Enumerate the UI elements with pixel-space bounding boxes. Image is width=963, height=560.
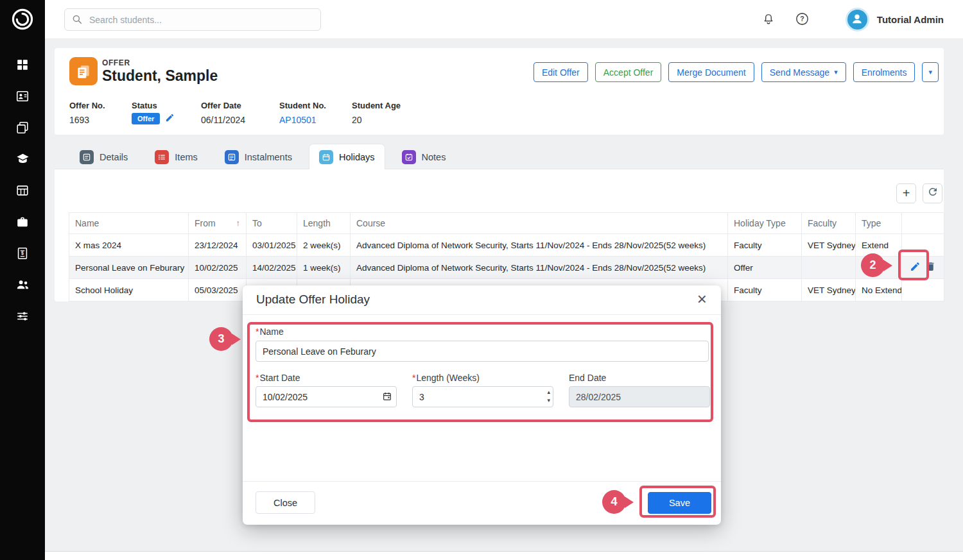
notifications-button[interactable] bbox=[759, 9, 778, 30]
cell-actions bbox=[902, 234, 944, 257]
offer-tabs: Details Items Instalments Holidays Notes bbox=[69, 144, 456, 169]
refresh-button[interactable] bbox=[923, 183, 942, 203]
sidebar-item-dashboard[interactable] bbox=[0, 50, 45, 81]
merge-document-button[interactable]: Merge Document bbox=[668, 62, 754, 82]
meta-value: 06/11/2024 bbox=[201, 115, 279, 125]
tab-label: Holidays bbox=[339, 152, 375, 162]
cell-length: 2 week(s) bbox=[297, 234, 351, 257]
caret-down-icon: ▾ bbox=[928, 69, 932, 76]
tab-details[interactable]: Details bbox=[69, 144, 138, 169]
enrolments-button[interactable]: Enrolments bbox=[853, 62, 915, 82]
modal-close-icon[interactable]: × bbox=[693, 289, 711, 310]
save-button[interactable]: Save bbox=[648, 492, 711, 514]
student-no-link[interactable]: AP10501 bbox=[279, 115, 317, 125]
cell-name: Personal Leave on Feburary bbox=[69, 257, 189, 279]
edit-offer-button[interactable]: Edit Offer bbox=[534, 62, 588, 82]
cell-course: Advanced Diploma of Network Security, St… bbox=[351, 257, 728, 279]
app-logo[interactable] bbox=[8, 6, 37, 35]
search-input[interactable] bbox=[64, 8, 321, 31]
edit-status-button[interactable] bbox=[165, 113, 175, 124]
sidebar-item-agents[interactable] bbox=[0, 207, 45, 239]
edit-holiday-button[interactable] bbox=[908, 260, 922, 275]
col-type[interactable]: Type bbox=[856, 213, 902, 234]
sidebar-item-offers[interactable] bbox=[0, 113, 45, 144]
update-offer-holiday-modal: Update Offer Holiday × *Name *Start Date… bbox=[243, 285, 721, 525]
sidebar-item-timetables[interactable] bbox=[0, 176, 45, 207]
col-name[interactable]: Name bbox=[69, 213, 189, 234]
meta-value: 20 bbox=[352, 115, 401, 125]
timetables-icon bbox=[15, 183, 30, 200]
cell-type: No Extend bbox=[856, 279, 902, 301]
tab-label: Instalments bbox=[245, 152, 292, 162]
tab-items[interactable]: Items bbox=[144, 144, 207, 169]
meta-student-age: Student Age 20 bbox=[352, 101, 401, 125]
tab-label: Notes bbox=[422, 152, 446, 162]
screen: $ ? Tutorial Admin OFFER Student, Sample… bbox=[0, 0, 963, 560]
sidebar-item-settings[interactable] bbox=[0, 301, 45, 333]
name-label: *Name bbox=[256, 327, 284, 337]
courses-icon bbox=[15, 151, 30, 169]
sort-ascending-icon: ↑ bbox=[236, 218, 241, 228]
start-date-label: *Start Date bbox=[256, 373, 300, 383]
add-holiday-button[interactable]: + bbox=[896, 183, 916, 203]
cell-faculty: VET Sydney bbox=[802, 279, 856, 301]
pencil-icon bbox=[910, 264, 921, 274]
sidebar: $ bbox=[0, 0, 45, 560]
col-actions bbox=[902, 213, 944, 234]
sidebar-item-finance[interactable]: $ bbox=[0, 239, 45, 270]
user-name: Tutorial Admin bbox=[877, 14, 944, 25]
col-from[interactable]: From ↑ bbox=[189, 213, 247, 234]
caret-down-icon: ▾ bbox=[834, 69, 838, 76]
students-icon bbox=[15, 89, 30, 106]
tab-label: Details bbox=[100, 152, 128, 162]
student-name: Student, Sample bbox=[102, 67, 218, 85]
close-button[interactable]: Close bbox=[256, 491, 315, 514]
stepper-down-icon[interactable]: ▾ bbox=[547, 396, 550, 405]
length-field: ▴ ▾ bbox=[412, 386, 553, 407]
col-faculty[interactable]: Faculty bbox=[802, 213, 856, 234]
tab-holidays[interactable]: Holidays bbox=[309, 144, 385, 169]
calendar-icon[interactable] bbox=[382, 391, 392, 402]
meta-status: Status Offer bbox=[132, 101, 201, 125]
start-date-input[interactable] bbox=[256, 386, 397, 407]
cell-faculty bbox=[802, 257, 856, 279]
col-to[interactable]: To bbox=[247, 213, 297, 234]
accept-offer-button[interactable]: Accept Offer bbox=[595, 62, 662, 82]
sidebar-item-courses[interactable] bbox=[0, 144, 45, 176]
tab-notes[interactable]: Notes bbox=[392, 144, 456, 169]
dashboard-icon bbox=[15, 58, 30, 74]
cell-name: School Holiday bbox=[69, 279, 189, 301]
length-input[interactable] bbox=[412, 386, 553, 407]
top-bar: ? Tutorial Admin bbox=[45, 0, 963, 39]
sidebar-item-staff[interactable] bbox=[0, 270, 45, 301]
send-message-button[interactable]: Send Message ▾ bbox=[761, 62, 846, 82]
cell-length: 1 week(s) bbox=[297, 257, 351, 279]
more-actions-button[interactable]: ▾ bbox=[922, 62, 939, 82]
offer-kicker: OFFER bbox=[102, 58, 130, 67]
sidebar-item-students[interactable] bbox=[0, 81, 45, 113]
cell-name: X mas 2024 bbox=[69, 234, 189, 257]
meta-label: Status bbox=[132, 101, 201, 110]
end-date-label: End Date bbox=[569, 373, 606, 383]
bell-icon bbox=[761, 12, 776, 28]
holidays-card: + Name From ↑ To Length Course Holiday T… bbox=[55, 169, 944, 301]
cell-from: 10/02/2025 bbox=[189, 257, 247, 279]
stepper-up-icon[interactable]: ▴ bbox=[547, 388, 550, 396]
length-label: *Length (Weeks) bbox=[412, 373, 480, 383]
tab-instalments[interactable]: Instalments bbox=[214, 144, 302, 169]
col-holiday-type[interactable]: Holiday Type bbox=[728, 213, 802, 234]
user-icon bbox=[850, 12, 864, 28]
col-length[interactable]: Length bbox=[297, 213, 351, 234]
table-header-row: Name From ↑ To Length Course Holiday Typ… bbox=[69, 213, 944, 234]
col-course[interactable]: Course bbox=[351, 213, 728, 234]
required-mark: * bbox=[256, 327, 259, 337]
length-stepper[interactable]: ▴ ▾ bbox=[547, 388, 550, 405]
meta-label: Student Age bbox=[352, 101, 401, 110]
help-button[interactable]: ? bbox=[792, 9, 812, 31]
avatar[interactable] bbox=[846, 8, 869, 31]
offer-icon bbox=[69, 57, 98, 85]
cell-to: 14/02/2025 bbox=[247, 257, 297, 279]
delete-holiday-button[interactable] bbox=[924, 260, 937, 275]
name-input[interactable] bbox=[256, 341, 709, 362]
modal-footer: Close Save bbox=[243, 481, 721, 525]
